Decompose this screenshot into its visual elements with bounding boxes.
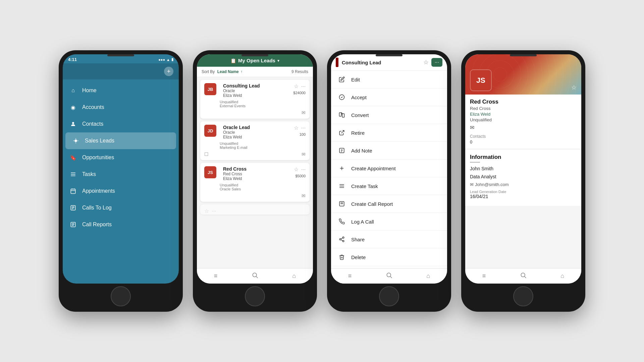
detail-owner-link[interactable]: Eliza Weld [470, 112, 577, 117]
lead-amount-2: $5000 [295, 174, 306, 178]
signal-icon: ●●● [158, 58, 165, 62]
nav-search-icon-3[interactable] [386, 272, 392, 280]
share-icon [338, 235, 346, 243]
nav-menu-icon-4[interactable]: ≡ [482, 273, 486, 280]
phone-4-home-button[interactable] [513, 286, 533, 306]
sidebar-item-accounts[interactable]: ◉ Accounts [63, 99, 179, 116]
leads-header-icon: 📋 [230, 58, 236, 63]
menu-item-create-task[interactable]: Create Task [331, 177, 447, 195]
lead-card-redcross[interactable]: JS Red Cross Red Cross Eliza Weld [200, 163, 310, 202]
nav-home-icon-4[interactable]: ⌂ [560, 273, 564, 280]
avatar-initials: JS [476, 76, 485, 85]
lead-star-0[interactable]: ☆ [294, 83, 299, 89]
menu-item-delete-label: Delete [351, 254, 366, 260]
menu-item-edit[interactable]: Edit [331, 71, 447, 88]
lead-card-oracle[interactable]: JD Oracle Lead Oracle Eliza Weld [200, 121, 310, 160]
phone-2-screen: 📋 My Open Leads ▾ Sort By Lead Name ↑ 9 … [197, 54, 313, 284]
nav-home-icon-3[interactable]: ⌂ [426, 273, 430, 280]
menu-item-create-appointment[interactable]: Create Appointment [331, 160, 447, 177]
lead-card-consulting[interactable]: JB Consulting Lead Oracle Eliza Weld [200, 80, 310, 119]
phone-1-home-button[interactable] [111, 286, 131, 306]
lead-source-1: Marketing E-mail [204, 145, 306, 149]
sidebar-item-tasks[interactable]: Tasks [63, 166, 179, 183]
call-reports-icon [69, 221, 77, 228]
info-email-row: ✉ John@smith.com [470, 182, 577, 187]
svg-point-36 [339, 239, 341, 240]
menu-item-edit-label: Edit [351, 77, 360, 82]
nav-home-icon[interactable]: ⌂ [292, 273, 296, 280]
leads-list: JB Consulting Lead Oracle Eliza Weld [197, 77, 313, 268]
nav-search-icon[interactable] [252, 272, 258, 280]
lead-initials-2: JS [208, 170, 213, 175]
menu-item-accept[interactable]: Accept [331, 88, 447, 106]
menu-item-convert[interactable]: Convert [331, 106, 447, 124]
add-note-icon [338, 146, 346, 155]
menu-item-create-task-label: Create Task [351, 183, 378, 189]
sidebar-item-tasks-label: Tasks [82, 171, 96, 177]
detail-body: Red Cross Red Cross Eliza Weld Unqualifi… [465, 95, 581, 148]
sidebar-item-home-label: Home [82, 87, 97, 94]
information-section: Information John Smith Data Analyst ✉ Jo… [465, 150, 581, 206]
sales-leads-icon [72, 137, 79, 144]
lead-more-1[interactable]: ··· [301, 125, 306, 131]
menu-item-create-call-report[interactable]: Create Call Report [331, 195, 447, 213]
accept-icon [338, 93, 346, 101]
context-star-button[interactable]: ☆ [423, 59, 429, 66]
email-icon-0: ✉ [302, 110, 306, 115]
svg-point-17 [253, 273, 257, 277]
contacts-count: 0 [470, 139, 577, 144]
leads-header-arrow[interactable]: ▾ [277, 58, 279, 63]
lead-more-0[interactable]: ··· [301, 83, 306, 89]
menu-item-share-label: Share [351, 237, 365, 242]
menu-item-log-call[interactable]: Log A Call [331, 213, 447, 231]
lead-source-2: Oracle Sales [204, 187, 306, 191]
svg-point-37 [342, 240, 344, 242]
sidebar-item-calls-to-log-label: Calls To Log [82, 205, 112, 211]
contacts-icon [69, 120, 77, 128]
delete-icon [338, 253, 346, 261]
sidebar-item-opportunities[interactable]: 🔖 Opportunities [63, 149, 179, 166]
context-header-actions: ☆ ··· [423, 58, 442, 67]
sidebar-item-sales-leads[interactable]: Sales Leads [65, 132, 176, 149]
email-icon-1: ✉ [302, 152, 306, 157]
svg-line-41 [390, 277, 392, 278]
menu-item-add-note[interactable]: Add Note [331, 142, 447, 160]
svg-point-42 [521, 273, 525, 277]
lead-star-2[interactable]: ☆ [294, 166, 299, 173]
sidebar-item-contacts[interactable]: Contacts [63, 116, 179, 132]
detail-email-icon[interactable]: ✉ [470, 124, 577, 131]
sidebar-item-sales-leads-label: Sales Leads [85, 138, 114, 144]
sort-field[interactable]: Lead Name [217, 69, 239, 74]
menu-item-retire[interactable]: Retire [331, 124, 447, 142]
lead-initials: JB [208, 87, 213, 92]
phone-3-bottom-nav: ≡ ⌂ [331, 268, 447, 284]
detail-star-button[interactable]: ☆ [571, 84, 577, 91]
lead-status-1: Unqualified [204, 141, 306, 145]
nav-menu-icon-3[interactable]: ≡ [348, 273, 352, 280]
add-button[interactable]: + [164, 67, 173, 76]
context-title: Consulting Lead [342, 60, 381, 65]
menu-item-log-call-label: Log A Call [351, 219, 374, 225]
lead-more-2[interactable]: ··· [301, 167, 306, 173]
sidebar-item-home[interactable]: ⌂ Home [63, 82, 179, 99]
svg-point-1 [74, 139, 77, 142]
accounts-icon: ◉ [69, 104, 77, 111]
lead-star-1[interactable]: ☆ [294, 125, 299, 131]
phone-3-home-button[interactable] [379, 286, 399, 306]
sidebar-item-call-reports[interactable]: Call Reports [63, 216, 179, 233]
context-more-button[interactable]: ··· [431, 58, 442, 67]
phone-2-home-button[interactable] [245, 286, 265, 306]
nav-menu-icon[interactable]: ≡ [214, 273, 218, 280]
sidebar-item-appointments[interactable]: Appointments [63, 183, 179, 199]
phone-3-content: Consulting Lead ☆ ··· Edit [331, 54, 447, 284]
lead-star-partial: ☆ [204, 208, 209, 214]
sidebar-item-calls-to-log[interactable]: Calls To Log [63, 199, 179, 216]
lead-avatar-js: JS [204, 166, 216, 178]
menu-item-delete[interactable]: Delete [331, 248, 447, 266]
results-count: 9 Results [291, 69, 308, 74]
nav-search-icon-4[interactable] [520, 272, 527, 280]
phone-2-bottom-nav: ≡ ⌂ [197, 268, 313, 284]
leads-header-title: My Open Leads [238, 58, 275, 63]
sidebar-item-accounts-label: Accounts [82, 104, 104, 110]
menu-item-share[interactable]: Share [331, 231, 447, 248]
